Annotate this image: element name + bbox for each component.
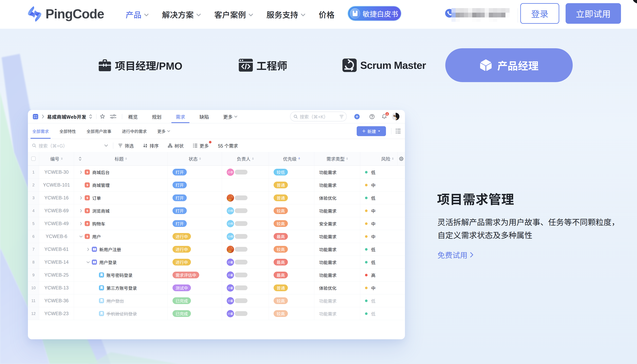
table-row[interactable]: 7YCWEB-61新用户注册进行中较高功能需求低	[28, 243, 405, 256]
filter-action[interactable]: 筛选	[118, 142, 134, 149]
role-tab-project-manager[interactable]: 项目经理/PMO	[98, 48, 182, 82]
user-avatar[interactable]	[392, 113, 400, 120]
risk-dot	[365, 261, 368, 264]
nav-item-products[interactable]: 产品	[126, 9, 148, 20]
table-row[interactable]: 11YCWEB-36用户登出已完成小董较高功能需求低	[28, 294, 405, 307]
sliders-icon[interactable]	[110, 114, 116, 119]
row-id: YCWEB-16	[39, 192, 74, 204]
nav-item-solutions[interactable]: 解决方案	[162, 9, 201, 20]
role-tab-scrum-master[interactable]: Scrum Master	[342, 48, 426, 82]
free-trial-link[interactable]: 免费试用	[438, 249, 474, 260]
row-title[interactable]: 商城管理	[92, 182, 110, 188]
chevron-down-icon	[249, 14, 253, 16]
tab-more[interactable]: 更多	[223, 110, 238, 123]
row-title[interactable]: 手机验证码登录	[106, 310, 137, 317]
view-switch-icon[interactable]	[396, 129, 400, 133]
role-tab-engineer[interactable]: 工程师	[239, 48, 287, 82]
row-title[interactable]: 用户登录	[99, 259, 117, 265]
status-cell: 需求评估中	[168, 269, 222, 281]
page-description: 灵活拆解产品需求为用户故事、任务等不同颗粒度， 自定义需求状态及多种属性	[438, 215, 620, 241]
expand-toggle[interactable]	[79, 209, 83, 212]
table-row[interactable]: 9YCWEB-25账号密码登录需求评估中小董最高功能需求高	[28, 269, 405, 282]
column-header-id[interactable]: 编号	[39, 152, 74, 166]
create-button[interactable]	[354, 114, 360, 119]
collapse-chevron-icon[interactable]	[79, 236, 83, 238]
notifications[interactable]: 4	[382, 114, 387, 119]
table-row[interactable]: 10YCWEB-13第三方账号登录测试中小董普通体验优化中	[28, 282, 405, 294]
expand-toggle[interactable]	[79, 222, 83, 225]
tab-planning[interactable]: 规划	[152, 110, 162, 123]
row-title[interactable]: 第三方账号登录	[106, 285, 137, 291]
nav-item-support[interactable]: 服务支持	[266, 9, 305, 20]
row-title[interactable]: 购物车	[92, 220, 105, 227]
collapse-toggle[interactable]	[86, 261, 90, 263]
select-all-checkbox[interactable]	[31, 156, 36, 161]
list-search-input[interactable]: 搜索（⌘+G）	[32, 142, 108, 149]
column-header-risk[interactable]: 风险	[360, 152, 398, 166]
nav-item-pricing[interactable]: 价格	[319, 9, 334, 20]
tab-requirements[interactable]: 需求	[176, 110, 185, 123]
nav-item-customers[interactable]: 客户案例	[214, 9, 253, 20]
select-all[interactable]	[28, 152, 39, 166]
global-search-input[interactable]: 搜索（⌘+K）	[290, 112, 347, 122]
row-title[interactable]: 用户登出	[106, 298, 124, 304]
column-header-status[interactable]: 状态	[168, 152, 222, 166]
project-title[interactable]: 易成商城Web开发	[47, 113, 86, 120]
table-row[interactable]: 12YCWEB-23手机验证码登录已完成小董较高功能需求低	[28, 307, 405, 320]
expand-toggle[interactable]	[86, 248, 90, 251]
row-title[interactable]: 新用户注册	[99, 246, 121, 252]
column-header-reqtype[interactable]: 需求类型	[314, 152, 360, 166]
tab-overview[interactable]: 概览	[128, 110, 138, 123]
expand-chevron-icon[interactable]	[80, 209, 82, 212]
table-row[interactable]: 6YCWEB-6用户进行中小帅最高功能需求中	[28, 230, 405, 243]
project-switch-icon[interactable]	[89, 114, 92, 119]
ftab-in-progress[interactable]: 进行中的需求	[122, 124, 147, 139]
table-row[interactable]: 5YCWEB-49购物车打开小帅较高安全需求中	[28, 217, 405, 230]
expand-chevron-icon[interactable]	[87, 248, 89, 251]
ftab-all-requirements[interactable]: 全部需求	[32, 124, 49, 139]
ftab-more[interactable]: 更多	[157, 124, 170, 139]
column-header-assignee[interactable]: 负责人	[222, 152, 269, 166]
table-row[interactable]: 4YCWEB-69浏览商城打开小帅较高功能需求中	[28, 204, 405, 217]
epic-bolt-icon	[86, 196, 89, 200]
column-settings[interactable]	[398, 152, 405, 166]
pingcode-logo[interactable]: PingCode	[28, 6, 104, 22]
help-icon[interactable]	[369, 114, 375, 119]
table-row[interactable]: 8YCWEB-14用户登录进行中小董最高功能需求低	[28, 256, 405, 269]
role-tab-product-manager[interactable]: 产品经理	[445, 48, 573, 82]
ftab-all-features[interactable]: 全部特性	[59, 124, 76, 139]
requirement-type: 功能需求	[314, 166, 360, 178]
expand-chevron-icon[interactable]	[80, 196, 82, 200]
ftab-all-user-stories[interactable]: 全部用户故事	[86, 124, 112, 139]
collapse-chevron-icon[interactable]	[86, 261, 90, 263]
table-row[interactable]: 2YCWEB-101商城管理打开普通功能需求中	[28, 179, 405, 192]
row-title[interactable]: 订单	[92, 195, 101, 201]
row-title[interactable]: 浏览商城	[92, 208, 110, 214]
whitepaper-pill-button[interactable]: 敏捷白皮书	[348, 6, 401, 20]
column-header-title[interactable]: 标题	[74, 152, 168, 166]
hero-section: 项目经理/PMO 工程师 Scrum Master 产品经理	[0, 29, 637, 364]
table-row[interactable]: 3YCWEB-16订单打开普通体验优化低	[28, 192, 405, 204]
column-header-priority[interactable]: 优先级	[269, 152, 314, 166]
try-now-button[interactable]: 立即试用	[566, 3, 621, 24]
row-title[interactable]: 账号密码登录	[106, 272, 132, 278]
new-button[interactable]: 新建	[357, 126, 386, 136]
tab-defects[interactable]: 缺陷	[200, 110, 209, 123]
expand-toggle[interactable]	[79, 170, 83, 174]
substory-bookmark-icon	[100, 299, 103, 302]
gear-icon[interactable]	[399, 156, 404, 161]
row-title[interactable]: 用户	[92, 233, 101, 240]
table-row[interactable]: 1YCWEB-30商城后台打开小李较低功能需求低	[28, 166, 405, 179]
expand-chevron-icon[interactable]	[80, 170, 82, 174]
expand-toggle[interactable]	[79, 196, 83, 200]
expand-all-icon[interactable]	[79, 156, 82, 161]
row-title[interactable]: 商城后台	[92, 169, 110, 175]
sort-action[interactable]: 排序	[143, 142, 159, 149]
collapse-toggle[interactable]	[79, 236, 83, 238]
expand-chevron-icon[interactable]	[80, 222, 82, 225]
star-icon[interactable]	[100, 114, 105, 119]
more-action[interactable]: 更多	[193, 142, 209, 149]
login-button[interactable]: 登录	[520, 3, 559, 24]
tree-action[interactable]: 树状	[168, 142, 184, 149]
assignee-cell: 小李	[222, 166, 269, 178]
